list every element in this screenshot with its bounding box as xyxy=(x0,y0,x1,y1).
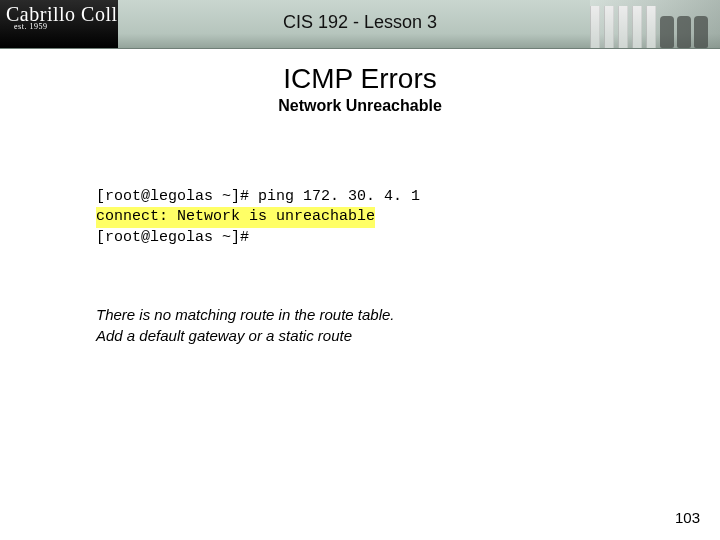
terminal-line-1: [root@legolas ~]# ping 172. 30. 4. 1 xyxy=(96,188,420,205)
explanation-text: There is no matching route in the route … xyxy=(96,304,596,346)
explain-line-1: There is no matching route in the route … xyxy=(96,306,395,323)
terminal-line-3: [root@legolas ~]# xyxy=(96,229,249,246)
slide-subtitle: Network Unreachable xyxy=(0,97,720,115)
page-number: 103 xyxy=(675,509,700,526)
terminal-line-highlighted: connect: Network is unreachable xyxy=(96,207,375,227)
explain-line-2: Add a default gateway or a static route xyxy=(96,327,352,344)
header-bar: Cabrillo College est. 1959 CIS 192 - Les… xyxy=(0,0,720,49)
slide-title: ICMP Errors xyxy=(0,63,720,95)
terminal-output: [root@legolas ~]# ping 172. 30. 4. 1 con… xyxy=(96,187,720,248)
header-decoration xyxy=(590,0,720,48)
